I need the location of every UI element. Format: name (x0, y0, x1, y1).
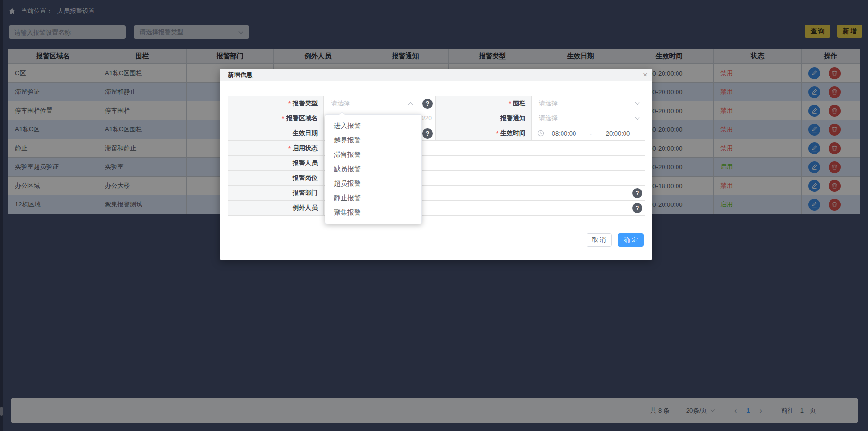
area-name-label: *报警区域名 (228, 111, 324, 126)
alarm-type-placeholder: 请选择 (324, 99, 350, 108)
enable-status-label: *启用状态 (228, 141, 324, 156)
exception-person-label: 例外人员 (228, 201, 324, 216)
modal-title: 新增信息 (228, 71, 253, 79)
modal-form: *报警类型 请选择 *围栏 请选择 *报警区域名 0/20 报警通 (228, 96, 645, 216)
time-separator: - (583, 130, 599, 137)
alarm-type-dropdown: 进入报警 越界报警 滞留报警 缺员报警 超员报警 静止报警 聚集报警 (325, 114, 422, 224)
fence-field[interactable]: 请选择 (532, 96, 645, 111)
alarm-type-field[interactable]: 请选择 (324, 96, 436, 111)
help-icon[interactable] (632, 203, 642, 213)
notify-placeholder: 请选择 (532, 114, 558, 123)
notify-label: 报警通知 (436, 111, 532, 126)
chevron-down-icon (635, 101, 640, 105)
dropdown-option[interactable]: 超员报警 (325, 176, 421, 190)
help-icon[interactable] (422, 128, 433, 139)
dropdown-option[interactable]: 进入报警 (325, 118, 421, 133)
alarm-type-label: *报警类型 (228, 96, 324, 111)
help-icon[interactable] (632, 188, 642, 198)
dropdown-option[interactable]: 聚集报警 (325, 205, 421, 219)
notify-field[interactable]: 请选择 (532, 111, 645, 126)
alarm-person-label: 报警人员 (228, 156, 324, 171)
effective-time-label: *生效时间 (436, 126, 532, 141)
close-icon[interactable]: × (643, 70, 648, 80)
dropdown-option[interactable]: 滞留报警 (325, 147, 421, 162)
effective-date-label: 生效日期 (228, 126, 324, 141)
alarm-post-label: 报警岗位 (228, 171, 324, 186)
add-info-modal: 新增信息 × *报警类型 请选择 *围栏 请选择 *报警区域名 (220, 69, 652, 260)
dropdown-option[interactable]: 越界报警 (325, 133, 421, 147)
chevron-down-icon (635, 115, 640, 120)
dropdown-option[interactable]: 缺员报警 (325, 162, 421, 176)
fence-placeholder: 请选择 (532, 99, 558, 108)
page: 当前位置： 人员报警设置 请选择报警类型 查询 新增 报警区域名 围栏 报警部门… (0, 0, 868, 431)
modal-header: 新增信息 × (220, 69, 652, 81)
effective-time-field[interactable]: 08:00:00 - 20:00:00 (532, 126, 645, 141)
help-icon[interactable] (422, 99, 433, 109)
time-end[interactable]: 20:00:00 (599, 130, 637, 137)
time-start[interactable]: 08:00:00 (545, 130, 583, 137)
chevron-up-icon (408, 102, 413, 107)
confirm-button[interactable]: 确定 (618, 233, 644, 247)
char-counter: 0/20 (421, 115, 432, 122)
fence-label: *围栏 (436, 96, 532, 111)
dropdown-option[interactable]: 静止报警 (325, 190, 421, 205)
cancel-button[interactable]: 取消 (587, 233, 612, 247)
clock-icon (537, 130, 544, 137)
alarm-department-label: 报警部门 (228, 186, 324, 201)
